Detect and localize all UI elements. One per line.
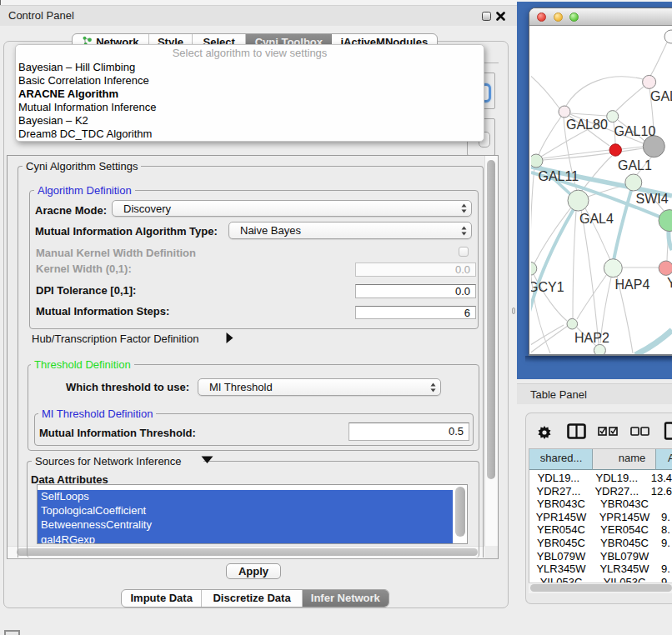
svg-text:GAL2: GAL2 — [650, 89, 672, 103]
svg-text:GAL1: GAL1 — [618, 158, 652, 172]
svg-text:SWI4: SWI4 — [636, 192, 669, 206]
svg-text:GAL11: GAL11 — [539, 169, 579, 183]
svg-text:YJ: YJ — [667, 276, 672, 290]
svg-text:HAP4: HAP4 — [615, 278, 650, 292]
svg-text:GAL80: GAL80 — [566, 118, 608, 132]
svg-text:GAL10: GAL10 — [614, 124, 656, 138]
svg-text:HAP2: HAP2 — [574, 331, 609, 345]
svg-text:GCY1: GCY1 — [531, 280, 564, 294]
svg-text:GAL4: GAL4 — [579, 212, 614, 226]
